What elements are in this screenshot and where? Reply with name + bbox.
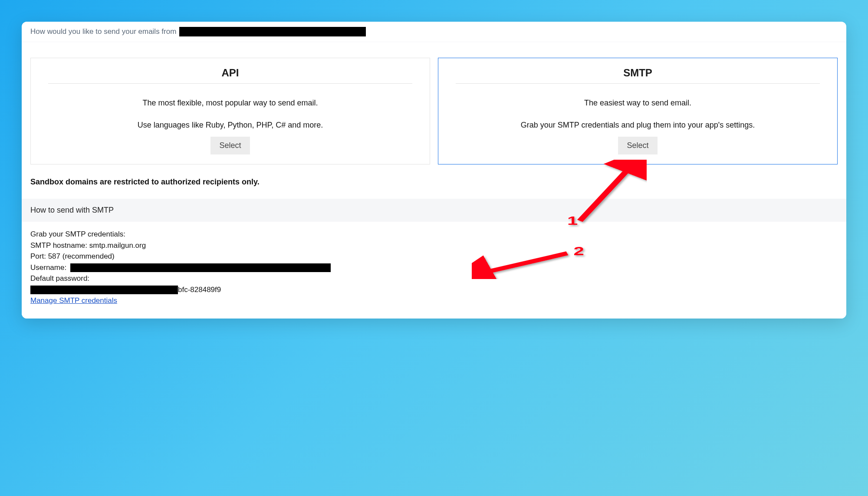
options-area: API The most flexible, most popular way … <box>22 42 846 199</box>
creds-password-label: Default password: <box>30 273 838 284</box>
option-smtp-title: SMTP <box>456 67 820 84</box>
smtp-credentials-block: Grab your SMTP credentials: SMTP hostnam… <box>22 222 846 319</box>
manage-smtp-credentials-link[interactable]: Manage SMTP credentials <box>30 296 117 305</box>
port-value: 587 (recommended) <box>48 252 115 260</box>
creds-password-value: bfc-828489f9 <box>30 284 838 296</box>
select-api-button[interactable]: Select <box>210 137 250 154</box>
creds-username: Username: <box>30 262 838 273</box>
redacted-username <box>70 263 331 272</box>
username-label: Username: <box>30 263 66 272</box>
option-api-line1: The most flexible, most popular way to s… <box>48 99 412 108</box>
send-method-prompt: How would you like to send your emails f… <box>22 22 846 42</box>
sandbox-note: Sandbox domains are restricted to author… <box>30 177 838 187</box>
hostname-value: smtp.mailgun.org <box>89 241 146 250</box>
option-card-smtp[interactable]: SMTP The easiest way to send email. Grab… <box>438 58 838 164</box>
option-smtp-line2: Grab your SMTP credentials and plug them… <box>456 121 820 130</box>
option-api-title: API <box>48 67 412 84</box>
port-label: Port: <box>30 252 46 260</box>
window: How would you like to send your emails f… <box>22 22 846 319</box>
redacted-domain <box>179 27 366 36</box>
prompt-text: How would you like to send your emails f… <box>30 27 176 36</box>
creds-intro: Grab your SMTP credentials: <box>30 229 838 240</box>
hostname-label: SMTP hostname: <box>30 241 87 250</box>
redacted-password-prefix <box>30 286 178 294</box>
password-suffix: bfc-828489f9 <box>178 286 221 294</box>
option-smtp-line1: The easiest way to send email. <box>456 99 820 108</box>
creds-hostname: SMTP hostname: smtp.mailgun.org <box>30 240 838 251</box>
select-smtp-button[interactable]: Select <box>618 137 657 154</box>
option-api-line2: Use languages like Ruby, Python, PHP, C#… <box>48 121 412 130</box>
howto-heading: How to send with SMTP <box>22 199 846 222</box>
options-row: API The most flexible, most popular way … <box>30 58 838 164</box>
option-card-api[interactable]: API The most flexible, most popular way … <box>30 58 430 164</box>
creds-port: Port: 587 (recommended) <box>30 251 838 262</box>
